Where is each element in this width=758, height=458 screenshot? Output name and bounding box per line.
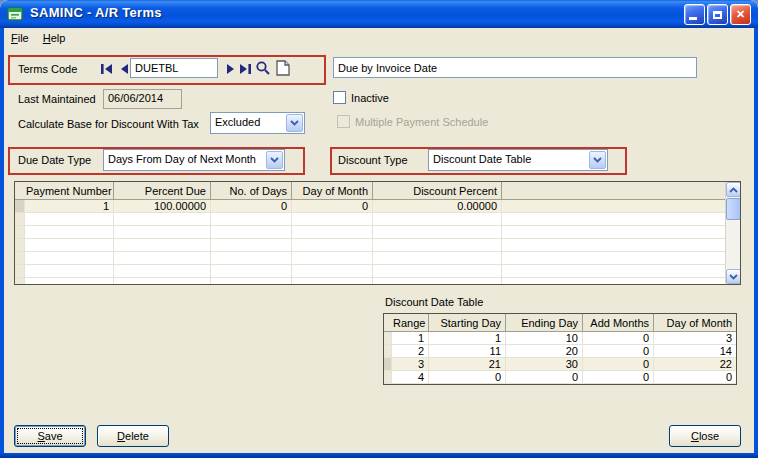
payments-table-scrollbar[interactable] — [725, 182, 740, 284]
grid-cell[interactable]: 1 — [429, 332, 506, 344]
grid-cell[interactable] — [373, 252, 502, 264]
last-record-icon[interactable] — [238, 62, 252, 76]
save-button[interactable]: Save — [14, 425, 86, 447]
first-record-icon[interactable] — [100, 62, 114, 76]
grid-cell[interactable] — [373, 226, 502, 238]
grid-cell[interactable]: 0.00000 — [373, 200, 502, 212]
empty-row[interactable] — [15, 252, 725, 265]
menu-help[interactable]: Help — [36, 30, 73, 46]
column-header[interactable]: Payment Number — [25, 182, 114, 199]
grid-cell[interactable]: 21 — [429, 358, 506, 370]
grid-cell[interactable] — [292, 252, 373, 264]
due-date-type-dropdown-button[interactable] — [266, 151, 283, 169]
column-header[interactable]: Discount Percent — [373, 182, 502, 199]
grid-cell[interactable] — [292, 265, 373, 277]
discount-type-dropdown-button[interactable] — [589, 151, 606, 169]
empty-row[interactable] — [15, 239, 725, 252]
calc-base-dropdown-button[interactable] — [286, 114, 303, 132]
grid-cell[interactable] — [25, 278, 114, 285]
table-row[interactable]: 40000 — [384, 371, 736, 384]
table-row[interactable]: 111003 — [384, 332, 736, 345]
grid-cell[interactable] — [25, 265, 114, 277]
scroll-thumb[interactable] — [726, 198, 741, 220]
finder-search-icon[interactable] — [255, 60, 271, 76]
grid-cell[interactable] — [211, 239, 292, 251]
table-row[interactable]: 1100.00000000.00000 — [15, 200, 725, 213]
grid-cell[interactable]: 100.00000 — [114, 200, 211, 212]
column-header[interactable]: No. of Days — [211, 182, 292, 199]
empty-row[interactable] — [15, 226, 725, 239]
grid-cell[interactable]: 2 — [392, 345, 429, 357]
grid-cell[interactable]: 3 — [654, 332, 736, 344]
delete-button[interactable]: Delete — [97, 425, 169, 447]
grid-cell[interactable] — [373, 213, 502, 225]
scroll-up-button[interactable] — [726, 182, 741, 197]
discount-type-select[interactable]: Discount Date Table — [428, 149, 608, 171]
grid-cell[interactable]: 0 — [292, 200, 373, 212]
grid-cell[interactable]: 0 — [583, 371, 654, 383]
grid-cell[interactable] — [292, 226, 373, 238]
grid-cell[interactable]: 0 — [654, 371, 736, 383]
grid-cell[interactable] — [114, 252, 211, 264]
grid-cell[interactable] — [211, 278, 292, 285]
empty-row[interactable] — [15, 213, 725, 226]
scroll-down-button[interactable] — [726, 269, 741, 284]
grid-cell[interactable]: 14 — [654, 345, 736, 357]
grid-cell[interactable] — [25, 213, 114, 225]
close-button[interactable]: ✕ — [730, 4, 751, 25]
grid-cell[interactable]: 10 — [506, 332, 583, 344]
previous-record-icon[interactable] — [117, 62, 131, 76]
table-row[interactable]: 21120014 — [384, 345, 736, 358]
grid-cell[interactable]: 30 — [506, 358, 583, 370]
maximize-button[interactable] — [707, 4, 728, 25]
column-header[interactable]: Add Months — [583, 314, 654, 331]
grid-cell[interactable] — [373, 278, 502, 285]
grid-cell[interactable] — [373, 265, 502, 277]
calc-base-select[interactable]: Excluded — [210, 112, 305, 134]
titlebar[interactable]: SAMINC - A/R Terms ✕ — [0, 0, 758, 28]
column-header[interactable]: Ending Day — [506, 314, 583, 331]
grid-cell[interactable]: 0 — [429, 371, 506, 383]
grid-cell[interactable] — [211, 265, 292, 277]
empty-row[interactable] — [15, 265, 725, 278]
grid-cell[interactable]: 0 — [583, 345, 654, 357]
close-form-button[interactable]: Close — [669, 425, 741, 447]
grid-cell[interactable]: 0 — [211, 200, 292, 212]
terms-description-input[interactable] — [333, 57, 697, 78]
due-date-type-select[interactable]: Days From Day of Next Month — [103, 149, 285, 171]
grid-cell[interactable] — [114, 239, 211, 251]
grid-cell[interactable] — [292, 213, 373, 225]
grid-cell[interactable]: 20 — [506, 345, 583, 357]
grid-cell[interactable] — [292, 278, 373, 285]
table-row[interactable]: 32130022 — [384, 358, 736, 371]
grid-cell[interactable] — [114, 213, 211, 225]
column-header[interactable]: Day of Month — [654, 314, 736, 331]
grid-cell[interactable] — [211, 213, 292, 225]
new-record-icon[interactable] — [275, 60, 290, 76]
grid-cell[interactable] — [25, 252, 114, 264]
grid-cell[interactable] — [114, 226, 211, 238]
grid-cell[interactable]: 3 — [392, 358, 429, 370]
menu-file[interactable]: File — [4, 30, 36, 46]
grid-cell[interactable] — [114, 278, 211, 285]
grid-cell[interactable]: 11 — [429, 345, 506, 357]
grid-cell[interactable]: 0 — [583, 358, 654, 370]
column-header[interactable]: Day of Month — [292, 182, 373, 199]
inactive-checkbox[interactable] — [333, 91, 346, 104]
grid-cell[interactable] — [211, 226, 292, 238]
empty-row[interactable] — [15, 278, 725, 285]
grid-cell[interactable] — [25, 239, 114, 251]
grid-cell[interactable]: 22 — [654, 358, 736, 370]
terms-code-input[interactable] — [130, 58, 218, 78]
grid-cell[interactable]: 0 — [506, 371, 583, 383]
grid-cell[interactable] — [114, 265, 211, 277]
minimize-button[interactable] — [684, 4, 705, 25]
grid-cell[interactable]: 1 — [25, 200, 114, 212]
column-header[interactable]: Range — [392, 314, 429, 331]
column-header[interactable]: Starting Day — [429, 314, 506, 331]
grid-cell[interactable] — [292, 239, 373, 251]
grid-cell[interactable] — [373, 239, 502, 251]
grid-cell[interactable]: 1 — [392, 332, 429, 344]
grid-cell[interactable] — [211, 252, 292, 264]
grid-cell[interactable]: 0 — [583, 332, 654, 344]
